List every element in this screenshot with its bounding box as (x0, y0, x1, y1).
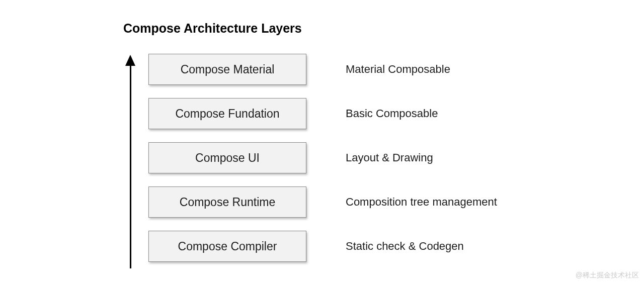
arrow-line (130, 63, 131, 268)
layer-description-foundation: Basic Composable (346, 107, 438, 120)
layer-row-ui: Compose UI Layout & Drawing (148, 142, 497, 173)
layer-description-material: Material Composable (346, 63, 450, 76)
watermark-text: @稀土掘金技术社区 (576, 271, 639, 280)
layer-box-ui: Compose UI (148, 142, 306, 173)
layers-stack: Compose Material Material Composable Com… (148, 54, 497, 262)
layer-description-ui: Layout & Drawing (346, 151, 433, 164)
layer-row-compiler: Compose Compiler Static check & Codegen (148, 231, 497, 262)
layer-row-runtime: Compose Runtime Composition tree managem… (148, 186, 497, 218)
layer-box-compiler: Compose Compiler (148, 231, 306, 262)
diagram-container: Compose Architecture Layers Compose Mate… (0, 0, 644, 268)
layer-box-runtime: Compose Runtime (148, 186, 306, 218)
diagram-content: Compose Material Material Composable Com… (123, 54, 644, 268)
layer-box-foundation: Compose Fundation (148, 98, 306, 129)
up-arrow (123, 54, 138, 268)
diagram-title: Compose Architecture Layers (123, 21, 644, 36)
layer-box-material: Compose Material (148, 54, 306, 85)
layer-description-compiler: Static check & Codegen (346, 240, 464, 253)
layer-row-material: Compose Material Material Composable (148, 54, 497, 85)
layer-row-foundation: Compose Fundation Basic Composable (148, 98, 497, 129)
layer-description-runtime: Composition tree management (346, 196, 497, 209)
